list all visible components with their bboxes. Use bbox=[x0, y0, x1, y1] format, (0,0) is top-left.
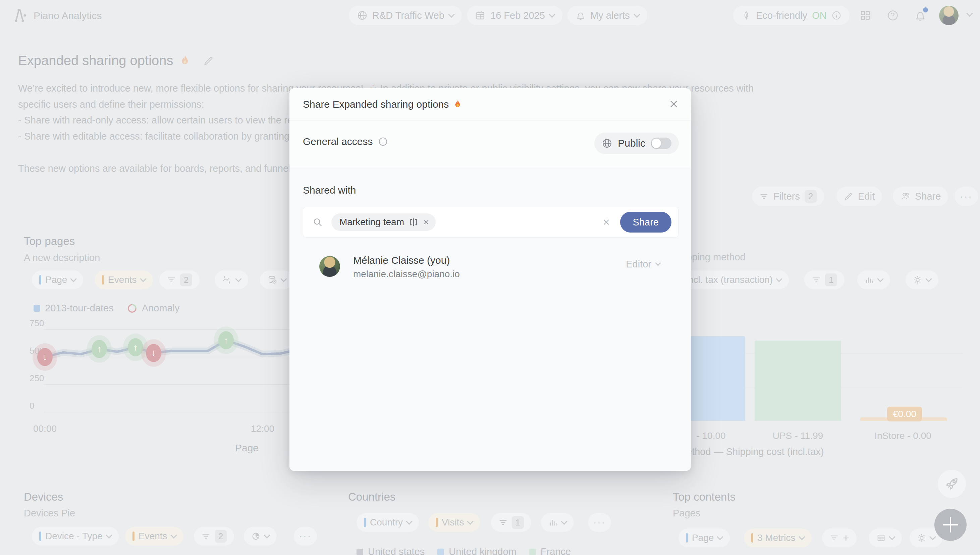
top-pages-subtitle: A new description bbox=[24, 252, 100, 263]
share-modal: Share Expanded sharing options General a… bbox=[289, 88, 691, 471]
chevron-down-icon bbox=[633, 11, 640, 18]
help-icon[interactable] bbox=[887, 10, 899, 21]
share-submit-button[interactable]: Share bbox=[620, 212, 671, 233]
chevron-down-icon bbox=[406, 518, 412, 525]
top-pages-legend: 2013-tour-dates Anomaly bbox=[34, 303, 180, 314]
anomaly-marker-up[interactable]: ↑ bbox=[128, 338, 143, 356]
visibility-label: Public bbox=[618, 138, 645, 149]
shipping-bar-chart[interactable] bbox=[684, 332, 966, 421]
chip-dimension-page-contents[interactable]: Page bbox=[678, 528, 730, 547]
rocket-icon bbox=[944, 476, 959, 492]
site-picker-label: R&D Traffic Web bbox=[372, 10, 444, 21]
eco-friendly-toggle[interactable]: Eco-friendly ON bbox=[733, 6, 849, 25]
gear-icon bbox=[913, 275, 922, 284]
notifications-bell-icon[interactable] bbox=[914, 10, 926, 21]
chip-chart-type-table[interactable] bbox=[869, 528, 902, 547]
chevron-down-icon bbox=[655, 260, 661, 266]
chip-metric-tax[interactable]: ncl. tax (transaction) bbox=[681, 271, 789, 289]
more-actions-button[interactable]: ··· bbox=[954, 186, 978, 206]
modal-body: Shared with Marketing team bbox=[289, 167, 691, 471]
chip-filter-countries[interactable]: 1 bbox=[491, 513, 531, 532]
chevron-down-icon bbox=[799, 534, 805, 540]
filters-button[interactable]: Filters 2 bbox=[752, 186, 824, 206]
site-picker[interactable]: R&D Traffic Web bbox=[349, 6, 462, 25]
chip-data-source[interactable] bbox=[260, 271, 293, 289]
chip-more-devices[interactable]: ··· bbox=[294, 527, 317, 545]
bar-chart-icon bbox=[865, 275, 874, 284]
filter-icon bbox=[830, 533, 839, 542]
chevron-down-icon bbox=[925, 276, 932, 282]
share-search-field[interactable]: Marketing team Share bbox=[303, 207, 678, 237]
chip-more-countries[interactable]: ··· bbox=[588, 513, 611, 532]
bar-1[interactable] bbox=[755, 340, 841, 421]
alerts-picker[interactable]: My alerts bbox=[568, 6, 647, 25]
chevron-down-icon[interactable] bbox=[966, 10, 973, 17]
chip-filter-top-pages[interactable]: 2 bbox=[159, 271, 200, 289]
chip-filter-add[interactable]: + bbox=[822, 528, 857, 547]
shipping-title-fragment: pping method bbox=[687, 252, 745, 263]
chip-trend-options[interactable] bbox=[215, 271, 248, 289]
chevron-down-icon bbox=[448, 11, 455, 18]
chip-chart-type-bars-countries[interactable] bbox=[541, 513, 574, 532]
alerts-label: My alerts bbox=[590, 10, 630, 21]
top-contents-subtitle: Pages bbox=[673, 508, 700, 519]
bar-0[interactable] bbox=[684, 336, 745, 421]
user-name: Mélanie Claisse (you) bbox=[353, 255, 450, 266]
anomaly-marker-down[interactable]: ↓ bbox=[37, 348, 53, 366]
page-bullet-readonly: - Share with read-only access: allow cer… bbox=[18, 115, 303, 126]
recipient-tag[interactable]: Marketing team bbox=[331, 213, 436, 231]
filter-icon bbox=[167, 275, 176, 284]
anomaly-marker-down[interactable]: ↓ bbox=[146, 344, 161, 362]
chip-metric-events[interactable]: Events bbox=[94, 271, 153, 289]
edit-button[interactable]: Edit bbox=[836, 186, 882, 206]
edit-title-icon[interactable] bbox=[203, 55, 214, 66]
general-access-row: General access bbox=[303, 136, 388, 147]
anomaly-legend-icon bbox=[127, 303, 137, 313]
anomaly-marker-up[interactable]: ↑ bbox=[91, 340, 107, 358]
piano-logo-icon[interactable] bbox=[12, 7, 29, 24]
chip-metric-events-devices[interactable]: Events bbox=[125, 527, 184, 545]
filters-count-badge: 2 bbox=[804, 190, 817, 203]
bar-category-3: InStore - 0.00 bbox=[874, 430, 931, 441]
top-pages-title: Top pages bbox=[24, 235, 75, 248]
chip-dimension-country[interactable]: Country bbox=[357, 513, 419, 532]
chip-filter-shipping[interactable]: 1 bbox=[804, 271, 844, 289]
user-role-label: Editor bbox=[626, 259, 651, 270]
share-page-label: Share bbox=[915, 191, 941, 202]
brand-name: Piano Analytics bbox=[34, 10, 102, 21]
chip-dimension-page[interactable]: Page bbox=[32, 271, 83, 289]
shared-with-label: Shared with bbox=[303, 184, 356, 196]
metric-accent bbox=[102, 275, 104, 284]
close-icon[interactable] bbox=[668, 98, 679, 110]
chip-settings[interactable] bbox=[906, 271, 938, 289]
chip-metric-visits[interactable]: Visits bbox=[428, 513, 480, 532]
filter-icon bbox=[812, 275, 821, 284]
chevron-down-icon bbox=[717, 534, 724, 540]
people-icon bbox=[900, 191, 910, 201]
info-icon[interactable] bbox=[378, 136, 388, 147]
chip-chart-type-bars[interactable] bbox=[857, 271, 890, 289]
apps-grid-icon[interactable] bbox=[859, 10, 871, 21]
modal-header: Share Expanded sharing options bbox=[289, 88, 691, 120]
clear-search-icon[interactable] bbox=[602, 218, 611, 226]
chevron-down-icon bbox=[549, 11, 555, 18]
visibility-pill[interactable]: Public bbox=[594, 133, 679, 154]
pencil-icon bbox=[844, 192, 853, 201]
remove-tag-icon[interactable] bbox=[423, 219, 430, 226]
anomaly-legend-label: Anomaly bbox=[142, 303, 180, 314]
add-widget-fab[interactable] bbox=[934, 509, 967, 541]
chip-filter-devices[interactable]: 2 bbox=[194, 527, 234, 545]
chip-chart-type-pie[interactable] bbox=[244, 527, 277, 545]
user-role-select[interactable]: Editor bbox=[626, 259, 660, 270]
rocket-button[interactable] bbox=[938, 470, 966, 498]
date-picker[interactable]: 16 Feb 2025 bbox=[467, 6, 563, 25]
top-contents-title: Top contents bbox=[673, 491, 735, 503]
share-page-button[interactable]: Share bbox=[893, 186, 948, 206]
chip-metrics-3[interactable]: 3 Metrics bbox=[744, 528, 812, 547]
chip-dimension-device-type[interactable]: Device - Type bbox=[32, 527, 119, 545]
group-brackets-icon bbox=[409, 217, 418, 227]
bell-icon bbox=[576, 10, 585, 21]
user-avatar[interactable] bbox=[939, 6, 959, 25]
anomaly-marker-up[interactable]: ↑ bbox=[218, 331, 234, 349]
public-toggle[interactable] bbox=[651, 138, 671, 149]
